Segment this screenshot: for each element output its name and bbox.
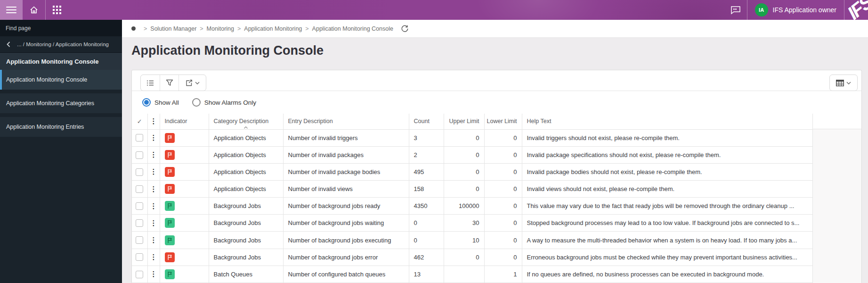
table-row[interactable]: ⋮Background JobsNumber of background job… (132, 215, 812, 232)
help-text-cell: Invalid triggers should not exist, pleas… (522, 129, 812, 146)
header-kebab-icon[interactable]: ⋮ (150, 117, 157, 125)
row-kebab-icon[interactable]: ⋮ (150, 253, 157, 261)
column-header-indicator[interactable]: Indicator (160, 114, 209, 129)
row-kebab-icon[interactable]: ⋮ (150, 219, 157, 227)
lower-limit-cell: 1 (484, 266, 522, 283)
column-header-category[interactable]: Category Description (209, 114, 283, 129)
lower-limit-cell: 0 (484, 232, 522, 249)
breadcrumb-link[interactable]: Monitoring (207, 25, 234, 32)
sort-ascending-icon (244, 126, 248, 129)
user-menu[interactable]: IA IFS Application owner (747, 0, 844, 20)
list-view-button[interactable] (141, 75, 160, 91)
filter-button[interactable] (160, 75, 178, 91)
table-row[interactable]: ⋮Application ObjectsNumber of invalid pa… (132, 163, 812, 180)
count-cell: 3 (409, 129, 444, 146)
row-kebab-icon[interactable]: ⋮ (150, 133, 157, 142)
count-cell: 2 (409, 146, 444, 163)
help-text-cell: This value may vary due to the fact that… (522, 198, 812, 215)
app-launcher-button[interactable] (46, 0, 68, 20)
row-checkbox[interactable] (136, 236, 143, 244)
column-header-help-text[interactable]: Help Text (522, 114, 812, 129)
radio-option[interactable]: Show All (142, 98, 179, 107)
refresh-button[interactable] (401, 25, 409, 33)
column-header-count[interactable]: Count (409, 114, 444, 129)
find-page-input[interactable]: Find page (0, 20, 122, 36)
hamburger-menu-button[interactable] (0, 0, 23, 20)
radio-selected-icon[interactable] (142, 98, 151, 107)
breadcrumb-link[interactable]: Solution Manager (150, 25, 196, 32)
sidebar-back-navigation[interactable]: ... / Monitoring / Application Monitorin… (0, 36, 122, 53)
table-filler-body (813, 129, 862, 283)
breadcrumb-link[interactable]: Application Monitoring (244, 25, 302, 32)
row-checkbox[interactable] (136, 185, 143, 193)
row-checkbox[interactable] (136, 271, 143, 278)
count-cell: 4350 (409, 198, 444, 215)
list-icon (146, 79, 154, 87)
feedback-chat-button[interactable] (724, 0, 747, 20)
navigation-sidebar: Find page ... / Monitoring / Application… (0, 20, 122, 283)
table-filler-header (813, 114, 862, 129)
row-checkbox[interactable] (136, 134, 143, 142)
ifs-logo: IFS (844, 0, 868, 20)
alarm-flag-icon[interactable] (165, 167, 175, 177)
row-checkbox[interactable] (136, 253, 143, 261)
sidebar-item-label: Application Monitoring Console (6, 76, 87, 83)
table-row[interactable]: ⋮Application ObjectsNumber of invalid vi… (132, 180, 812, 197)
row-checkbox[interactable] (136, 151, 143, 159)
row-checkbox[interactable] (136, 202, 143, 210)
breadcrumb-separator: > (200, 25, 203, 32)
count-cell: 0 (409, 232, 444, 249)
table-view-selector-button[interactable] (830, 75, 857, 91)
toolbar (132, 70, 861, 91)
row-kebab-icon[interactable]: ⋮ (150, 202, 157, 210)
radio-unselected-icon[interactable] (192, 98, 201, 107)
column-header-upper-limit[interactable]: Upper Limit (444, 114, 484, 129)
lower-limit-cell: 0 (484, 215, 522, 232)
entry-cell: Number of invalid views (283, 180, 409, 197)
home-icon (29, 5, 39, 15)
alarm-flag-icon[interactable] (165, 252, 175, 262)
column-header-category-label: Category Description (214, 118, 269, 125)
row-checkbox[interactable] (136, 168, 143, 176)
sidebar-item[interactable]: Application Monitoring Console (0, 70, 122, 90)
help-text-cell: Invalid views should not exist, please r… (522, 180, 812, 197)
row-kebab-icon[interactable]: ⋮ (150, 236, 157, 244)
alarm-flag-icon[interactable] (165, 150, 175, 160)
table-row[interactable]: ⋮Background JobsNumber of background job… (132, 198, 812, 215)
row-kebab-icon[interactable]: ⋮ (150, 270, 157, 278)
alarm-flag-icon[interactable] (165, 184, 175, 194)
table-row[interactable]: ⋮Application ObjectsNumber of invalid pa… (132, 146, 812, 163)
column-header-lower-limit[interactable]: Lower Limit (484, 114, 522, 129)
category-cell: Background Jobs (209, 198, 283, 215)
export-button[interactable] (178, 75, 206, 91)
lower-limit-cell: 0 (484, 163, 522, 180)
select-all-checkmark[interactable]: ✓ (137, 118, 142, 125)
sidebar-item[interactable]: Application Monitoring Entries (0, 117, 122, 137)
ok-flag-icon[interactable] (165, 201, 175, 211)
alarm-flag-icon[interactable] (165, 133, 175, 143)
row-kebab-icon[interactable]: ⋮ (150, 185, 157, 193)
row-kebab-icon[interactable]: ⋮ (150, 167, 157, 175)
home-button[interactable] (23, 0, 45, 20)
top-header-bar: IA IFS Application owner IFS (0, 0, 868, 20)
table-row[interactable]: ⋮Batch QueuesNumber of configured batch … (132, 266, 812, 283)
ok-flag-icon[interactable] (165, 235, 175, 245)
table-row[interactable]: ⋮Background JobsNumber of background job… (132, 232, 812, 249)
sidebar-item[interactable]: Application Monitoring Categories (0, 93, 122, 113)
ok-flag-icon[interactable] (165, 218, 175, 228)
table-row[interactable]: ⋮Background JobsNumber of background job… (132, 249, 812, 266)
row-checkbox[interactable] (136, 219, 143, 227)
ok-flag-icon[interactable] (165, 269, 175, 279)
row-kebab-icon[interactable]: ⋮ (150, 150, 157, 158)
radio-option-label: Show All (154, 99, 179, 106)
filter-funnel-icon (166, 79, 173, 86)
count-cell: 158 (409, 180, 444, 197)
entry-cell: Number of invalid package bodies (283, 163, 409, 180)
table-row[interactable]: ⋮Application ObjectsNumber of invalid tr… (132, 129, 812, 146)
breadcrumb-root-dot[interactable] (131, 26, 136, 31)
view-selector-group (829, 75, 858, 91)
breadcrumb-link[interactable]: Application Monitoring Console (312, 25, 393, 32)
column-header-entry[interactable]: Entry Description (283, 114, 409, 129)
avatar[interactable]: IA (755, 3, 768, 17)
radio-option[interactable]: Show Alarms Only (192, 98, 256, 107)
